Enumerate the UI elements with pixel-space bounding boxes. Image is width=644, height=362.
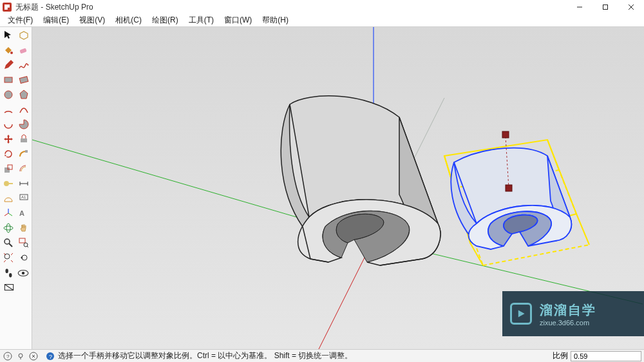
svg-line-30 bbox=[27, 246, 28, 247]
svg-text:?: ? bbox=[49, 354, 52, 360]
svg-point-52 bbox=[19, 354, 23, 357]
menu-help[interactable]: 帮助(H) bbox=[258, 14, 292, 27]
tapemeasure-icon[interactable] bbox=[1, 176, 15, 191]
polygon-icon[interactable] bbox=[16, 88, 31, 102]
menu-edit[interactable]: 编辑(E) bbox=[39, 14, 73, 27]
followme-icon[interactable] bbox=[16, 147, 31, 161]
svg-rect-5 bbox=[19, 48, 26, 53]
scale-icon[interactable] bbox=[1, 162, 15, 176]
svg-point-24 bbox=[4, 226, 13, 230]
pan-icon[interactable] bbox=[16, 221, 31, 235]
make-component-icon[interactable] bbox=[16, 28, 31, 43]
svg-marker-9 bbox=[20, 90, 28, 99]
svg-point-8 bbox=[5, 91, 12, 99]
paint-bucket-icon[interactable] bbox=[1, 43, 15, 57]
svg-rect-48 bbox=[502, 131, 509, 138]
svg-rect-28 bbox=[19, 238, 25, 243]
3dtext-icon[interactable]: A bbox=[16, 206, 31, 220]
svg-rect-10 bbox=[25, 150, 28, 153]
status-hint: 选择一个手柄并移动它以调整对象比例。Ctrl = 以中心为基准。 Shift =… bbox=[58, 350, 553, 361]
svg-point-13 bbox=[4, 181, 9, 186]
svg-rect-14 bbox=[8, 183, 13, 184]
select-tool-icon[interactable] bbox=[1, 28, 15, 43]
help-icon[interactable]: ? bbox=[3, 351, 13, 361]
previous-view-icon[interactable] bbox=[16, 251, 31, 265]
move-icon[interactable] bbox=[1, 132, 15, 146]
svg-text:A1: A1 bbox=[21, 195, 26, 199]
menu-camera[interactable]: 相机(C) bbox=[111, 14, 146, 27]
two-point-arc-icon[interactable] bbox=[16, 102, 31, 117]
menu-window[interactable]: 窗口(W) bbox=[220, 14, 256, 27]
svg-point-4 bbox=[10, 52, 13, 54]
tool-palette: A1 A bbox=[0, 27, 32, 349]
svg-rect-1 bbox=[603, 5, 608, 10]
dimension-icon[interactable] bbox=[16, 176, 31, 191]
model-small-tube-selected bbox=[444, 131, 589, 265]
svg-line-21 bbox=[8, 213, 12, 216]
pie-icon[interactable] bbox=[16, 117, 31, 131]
freehand-icon[interactable] bbox=[16, 58, 31, 72]
svg-rect-7 bbox=[19, 77, 28, 84]
menu-view[interactable]: 视图(V) bbox=[75, 14, 109, 27]
menu-tools[interactable]: 工具(T) bbox=[185, 14, 218, 27]
svg-point-36 bbox=[22, 272, 24, 274]
zoom-icon[interactable] bbox=[1, 236, 15, 250]
credits-icon[interactable] bbox=[28, 351, 39, 361]
rotate-icon[interactable] bbox=[1, 147, 15, 161]
model-large-tube bbox=[281, 96, 440, 265]
info-icon[interactable]: ? bbox=[45, 351, 55, 361]
play-icon bbox=[510, 303, 532, 325]
svg-text:?: ? bbox=[6, 354, 10, 359]
menu-file[interactable]: 文件(F) bbox=[4, 14, 37, 27]
watermark: 溜溜自学 zixue.3d66.com bbox=[502, 291, 644, 336]
minimize-button[interactable] bbox=[567, 0, 592, 14]
svg-point-33 bbox=[5, 269, 8, 273]
three-point-arc-icon[interactable] bbox=[1, 117, 15, 131]
arc-icon[interactable] bbox=[1, 102, 15, 117]
measurement-input[interactable]: 0.59 bbox=[571, 351, 641, 361]
title-bar: 无标题 - SketchUp Pro bbox=[0, 0, 644, 14]
svg-line-27 bbox=[9, 243, 12, 247]
zoom-window-icon[interactable] bbox=[16, 236, 31, 250]
eraser-icon[interactable] bbox=[16, 43, 31, 57]
workspace: A1 A bbox=[0, 27, 644, 349]
axes-icon[interactable] bbox=[1, 206, 15, 220]
orbit-icon[interactable] bbox=[1, 221, 15, 235]
app-icon bbox=[3, 3, 12, 12]
walk-icon[interactable] bbox=[3, 267, 15, 280]
rectangle-icon[interactable] bbox=[1, 73, 15, 87]
status-bar: ? ? 选择一个手柄并移动它以调整对象比例。Ctrl = 以中心为基准。 Shi… bbox=[0, 349, 644, 362]
menu-bar: 文件(F) 编辑(E) 视图(V) 相机(C) 绘图(R) 工具(T) 窗口(W… bbox=[0, 14, 644, 27]
lookaround-icon[interactable] bbox=[17, 267, 30, 280]
menu-draw[interactable]: 绘图(R) bbox=[148, 14, 182, 27]
maximize-button[interactable] bbox=[592, 0, 618, 14]
measurement-label: 比例 bbox=[553, 350, 568, 361]
offset-icon[interactable] bbox=[16, 162, 31, 176]
window-title: 无标题 - SketchUp Pro bbox=[15, 2, 93, 13]
svg-point-34 bbox=[9, 273, 12, 278]
svg-rect-11 bbox=[5, 167, 10, 173]
circle-icon[interactable] bbox=[1, 88, 15, 102]
svg-point-25 bbox=[6, 224, 10, 233]
svg-point-32 bbox=[22, 255, 27, 260]
svg-text:A: A bbox=[19, 209, 24, 217]
svg-rect-6 bbox=[5, 77, 12, 82]
zoom-extents-icon[interactable] bbox=[1, 251, 15, 265]
geolocation-icon[interactable] bbox=[15, 351, 26, 361]
section-icon[interactable] bbox=[3, 281, 15, 294]
svg-line-22 bbox=[5, 213, 8, 216]
pencil-icon[interactable] bbox=[1, 58, 15, 72]
rotated-rect-icon[interactable] bbox=[16, 73, 31, 87]
svg-point-26 bbox=[5, 239, 10, 244]
svg-line-38 bbox=[5, 285, 13, 291]
protractor-icon[interactable] bbox=[1, 191, 15, 205]
svg-rect-49 bbox=[506, 185, 512, 191]
watermark-url: zixue.3d66.com bbox=[540, 319, 596, 327]
close-button[interactable] bbox=[618, 0, 644, 14]
pushpull-icon[interactable] bbox=[16, 132, 31, 146]
watermark-title: 溜溜自学 bbox=[540, 301, 596, 319]
viewport[interactable]: 溜溜自学 zixue.3d66.com bbox=[32, 27, 644, 349]
window-controls bbox=[567, 0, 644, 14]
text-icon[interactable]: A1 bbox=[16, 191, 31, 205]
